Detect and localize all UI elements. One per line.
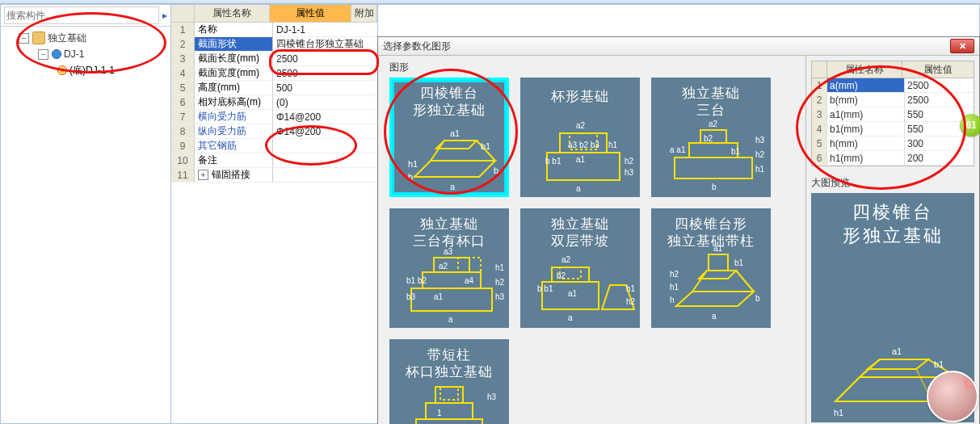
dialog-titlebar[interactable]: 选择参数化图形 ✕ bbox=[378, 37, 979, 56]
svg-text:a1: a1 bbox=[576, 155, 586, 164]
side-grid-row[interactable]: 2b(mm)2500 bbox=[812, 93, 974, 107]
param-value[interactable]: 300 bbox=[905, 136, 974, 151]
property-row[interactable]: 10备注 bbox=[171, 153, 377, 168]
property-row[interactable]: 6相对底标高(m)(0) bbox=[171, 95, 377, 110]
property-panel: 属性名称 属性值 附加 1名称DJ-1-12截面形状四棱锥台形独立基础3截面长度… bbox=[171, 4, 378, 424]
svg-text:h2: h2 bbox=[670, 270, 679, 279]
shape-thumb[interactable]: a3a2b1 b2b3a4h1h2h3aa1独立基础三台有杯口 bbox=[389, 208, 509, 328]
search-input[interactable] bbox=[4, 6, 159, 24]
svg-text:b3: b3 bbox=[406, 292, 416, 301]
side-grid-row[interactable]: 1a(mm)2500 bbox=[812, 78, 974, 93]
svg-text:a4: a4 bbox=[465, 276, 474, 285]
svg-text:h3: h3 bbox=[625, 168, 634, 177]
svg-text:a: a bbox=[568, 313, 573, 322]
tree-leaf-label: (底)DJ-1-1 bbox=[69, 64, 115, 78]
svg-line-61 bbox=[736, 271, 754, 292]
svg-text:b1: b1 bbox=[734, 258, 744, 267]
svg-text:a2: a2 bbox=[562, 255, 571, 264]
tree-node-dj1[interactable]: – DJ-1 bbox=[2, 46, 169, 62]
row-number: 6 bbox=[171, 95, 195, 110]
svg-text:a a1: a a1 bbox=[670, 145, 686, 154]
shape-thumb[interactable]: a1b1h1hba四棱锥台形独立基础 bbox=[389, 78, 509, 197]
property-row[interactable]: 4截面宽度(mm)2500 bbox=[171, 66, 377, 81]
tree-root-label: 独立基础 bbox=[48, 31, 86, 45]
prop-name: +锚固搭接 bbox=[195, 168, 273, 183]
svg-marker-0 bbox=[414, 161, 495, 177]
shape-thumb[interactable]: a2a a1b2b1h3h2h1b独立基础三台 bbox=[651, 78, 771, 197]
prop-value[interactable]: 2500 bbox=[273, 66, 377, 81]
svg-text:a: a bbox=[448, 315, 453, 324]
param-name: a(mm) bbox=[827, 78, 905, 93]
tree-leaf-dj11[interactable]: (底)DJ-1-1 bbox=[2, 62, 169, 78]
tree-root[interactable]: – 独立基础 bbox=[2, 30, 169, 46]
row-number: 8 bbox=[171, 124, 195, 139]
prop-value[interactable]: 2500 bbox=[273, 52, 377, 66]
property-row[interactable]: 8纵向受力筋Φ14@200 bbox=[171, 124, 377, 139]
prop-name: 高度(mm) bbox=[195, 81, 273, 95]
tree-toggle-icon[interactable]: – bbox=[19, 33, 29, 44]
property-row[interactable]: 1名称DJ-1-1 bbox=[171, 23, 377, 37]
shape-gallery-area: 图形 a1b1h1hba四棱锥台形独立基础a2b b1a3 b2 b3h1h2h… bbox=[378, 56, 805, 424]
prop-value[interactable]: 500 bbox=[273, 81, 377, 95]
folder-icon bbox=[32, 31, 45, 44]
svg-text:a1: a1 bbox=[450, 128, 460, 138]
param-value[interactable]: 2500 bbox=[905, 78, 974, 93]
svg-text:a3 b2 b3: a3 b2 b3 bbox=[568, 141, 599, 149]
svg-text:h1: h1 bbox=[408, 159, 418, 169]
prop-value[interactable]: DJ-1-1 bbox=[273, 23, 377, 37]
svg-rect-22 bbox=[689, 143, 738, 157]
badge-counter[interactable]: 61 bbox=[960, 114, 980, 136]
param-value[interactable]: 200 bbox=[905, 151, 974, 166]
tree-node-label: DJ-1 bbox=[64, 48, 84, 60]
shape-thumb[interactable]: a2b b1b2a1ah1h2独立基础双层带坡 bbox=[520, 208, 640, 328]
svg-text:1: 1 bbox=[437, 409, 442, 418]
svg-rect-59 bbox=[709, 254, 728, 271]
search-submit-icon[interactable]: ▸ bbox=[162, 10, 167, 21]
svg-text:h3: h3 bbox=[495, 292, 505, 301]
prop-value[interactable]: 四棱锥台形独立基础 bbox=[273, 37, 377, 52]
param-value[interactable]: 2500 bbox=[905, 93, 974, 107]
svg-text:b1: b1 bbox=[481, 141, 490, 151]
param-name: b(mm) bbox=[827, 93, 905, 107]
svg-text:a2: a2 bbox=[709, 120, 718, 128]
tree-toggle-icon[interactable]: – bbox=[38, 49, 48, 60]
side-grid-row[interactable]: 4b1(mm)550 bbox=[812, 122, 974, 136]
svg-text:a2: a2 bbox=[439, 262, 448, 271]
side-grid-row[interactable]: 3a1(mm)550 bbox=[812, 107, 974, 122]
prop-value[interactable] bbox=[273, 168, 377, 183]
prop-value[interactable]: Φ14@200 bbox=[273, 110, 377, 124]
prop-value[interactable]: (0) bbox=[273, 95, 377, 110]
svg-text:h3: h3 bbox=[755, 136, 765, 145]
prop-value[interactable] bbox=[273, 153, 377, 168]
svg-text:h1: h1 bbox=[834, 408, 843, 418]
property-row[interactable]: 2截面形状四棱锥台形独立基础 bbox=[171, 37, 377, 52]
svg-line-60 bbox=[692, 271, 707, 292]
prop-name: 备注 bbox=[195, 153, 273, 168]
row-number: 2 bbox=[171, 37, 195, 52]
property-row[interactable]: 5高度(mm)500 bbox=[171, 81, 377, 95]
param-name: h1(mm) bbox=[827, 151, 905, 166]
tree-panel: ▸ – 独立基础 – DJ-1 (底)DJ-1-1 bbox=[0, 4, 171, 424]
dialog-close-button[interactable]: ✕ bbox=[950, 39, 974, 53]
avatar-icon[interactable] bbox=[927, 371, 978, 422]
shape-thumb[interactable]: a1b1h2h1hba四棱锥台形独立基础带柱 bbox=[651, 208, 771, 328]
row-number: 4 bbox=[812, 122, 827, 136]
property-row[interactable]: 7横向受力筋Φ14@200 bbox=[171, 110, 377, 124]
shape-thumb[interactable]: h3x2 y21带短柱杯口独立基础 bbox=[389, 339, 509, 424]
side-grid-row[interactable]: 6h1(mm)200 bbox=[812, 151, 974, 166]
property-row[interactable]: 9其它钢筋 bbox=[171, 139, 377, 153]
prop-value[interactable]: Φ14@200 bbox=[273, 124, 377, 139]
property-header: 属性名称 属性值 附加 bbox=[171, 5, 377, 23]
svg-marker-77 bbox=[868, 359, 928, 369]
expand-icon[interactable]: + bbox=[198, 170, 208, 180]
svg-text:b2: b2 bbox=[557, 271, 566, 280]
property-row[interactable]: 3截面长度(mm)2500 bbox=[171, 52, 377, 66]
svg-text:a: a bbox=[576, 184, 581, 193]
svg-text:h2: h2 bbox=[626, 297, 636, 306]
side-grid-row[interactable]: 5h(mm)300 bbox=[812, 136, 974, 151]
property-row[interactable]: 11+锚固搭接 bbox=[171, 168, 377, 183]
shape-thumb[interactable]: a2b b1a3 b2 b3h1h2h3a1a杯形基础 bbox=[520, 78, 640, 197]
prop-name: 截面形状 bbox=[195, 37, 273, 52]
prop-value[interactable] bbox=[273, 139, 377, 153]
property-body: 1名称DJ-1-12截面形状四棱锥台形独立基础3截面长度(mm)25004截面宽… bbox=[171, 23, 377, 423]
